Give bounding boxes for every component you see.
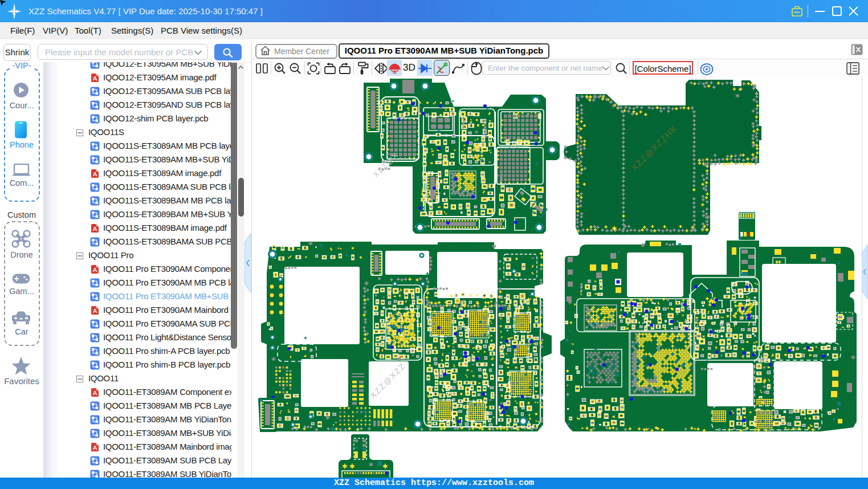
svg-text:XZZ@XZZ: XZZ@XZZ [368, 361, 407, 400]
